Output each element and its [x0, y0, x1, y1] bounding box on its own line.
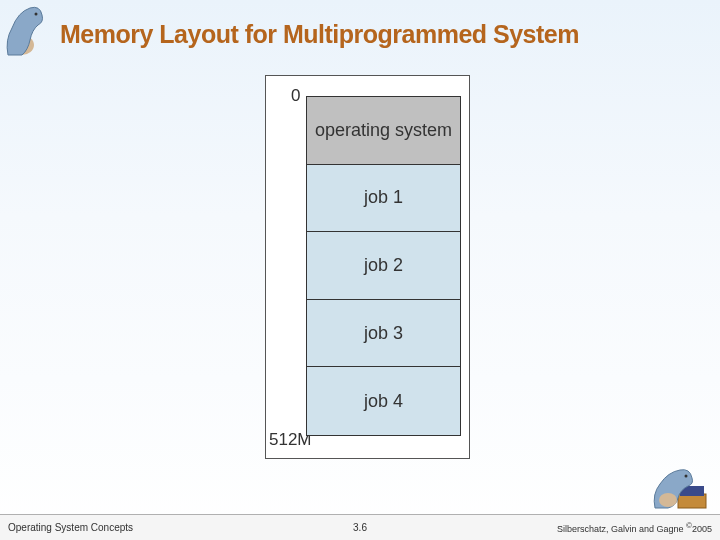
memory-segment-job1: job 1: [307, 165, 460, 233]
memory-segment-job2: job 2: [307, 232, 460, 300]
dinosaur-icon: [650, 464, 710, 512]
svg-rect-2: [678, 494, 706, 508]
footer-attribution: Silberschatz, Galvin and Gagne ©2005: [557, 521, 712, 534]
memory-diagram: 0 512M operating system job 1 job 2 job …: [265, 75, 470, 459]
dino-logo-top-left: [0, 0, 50, 60]
memory-segment-os: operating system: [307, 97, 460, 165]
svg-point-5: [685, 475, 688, 478]
dinosaur-icon: [0, 0, 50, 60]
svg-point-1: [35, 13, 38, 16]
page-title: Memory Layout for Multiprogrammed System: [60, 20, 700, 49]
memory-segment-job4: job 4: [307, 367, 460, 435]
footer-book-title: Operating System Concepts: [8, 522, 133, 533]
memory-segment-job3: job 3: [307, 300, 460, 368]
address-label-top: 0: [291, 86, 300, 106]
svg-point-4: [659, 493, 677, 507]
footer-year: 2005: [692, 524, 712, 534]
slide-footer: Operating System Concepts 3.6 Silberscha…: [0, 514, 720, 540]
footer-authors: Silberschatz, Galvin and Gagne: [557, 524, 686, 534]
footer-page-number: 3.6: [353, 522, 367, 533]
memory-stack: operating system job 1 job 2 job 3 job 4: [306, 96, 461, 436]
dino-logo-bottom-right: [650, 464, 710, 512]
